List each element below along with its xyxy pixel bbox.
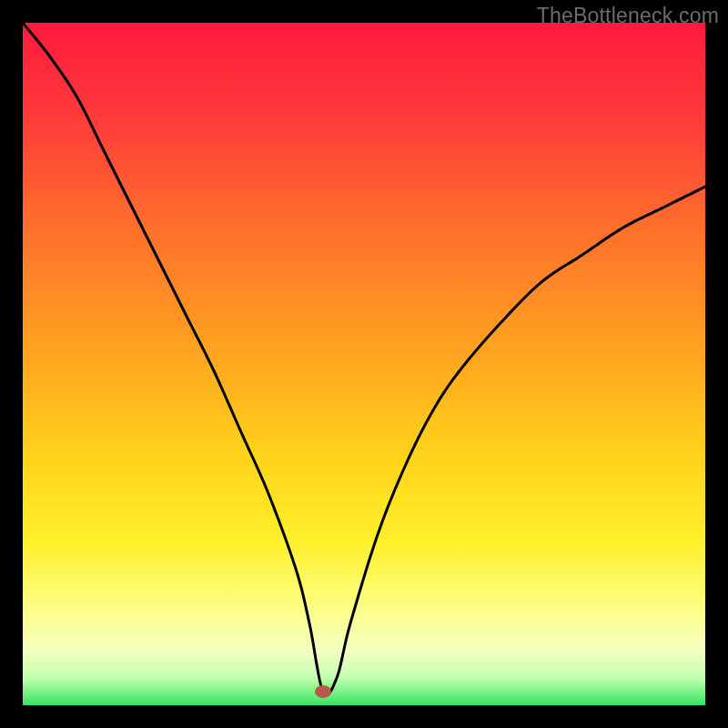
plot-background bbox=[23, 23, 705, 705]
optimal-point-marker bbox=[315, 685, 331, 698]
bottleneck-curve-chart bbox=[23, 23, 705, 705]
chart-container: TheBottleneck.com bbox=[0, 0, 728, 728]
watermark-text: TheBottleneck.com bbox=[537, 4, 719, 28]
